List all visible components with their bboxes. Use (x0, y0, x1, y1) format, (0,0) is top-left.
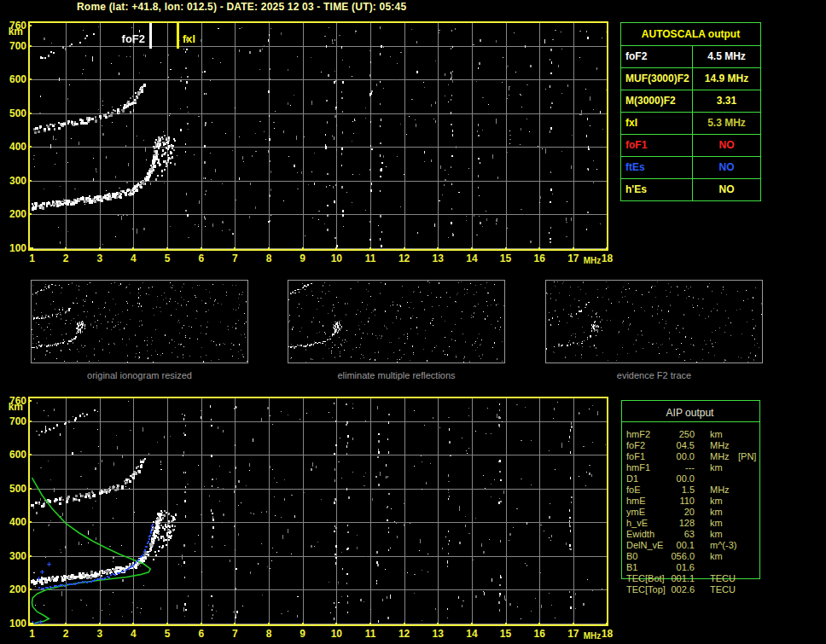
aip-row-d1: D100.0 (621, 473, 768, 484)
aip-param-unit: km (710, 429, 723, 440)
aip-row-hmf2: hmF2250km (621, 429, 768, 440)
aip-row-fof2: foF204.5MHz (621, 440, 768, 451)
aip-param-name: B0 (626, 551, 637, 562)
aip-row-yme: ymE20km (621, 507, 768, 518)
x-tick-label: 10 (331, 252, 342, 264)
autoscala-row-m3000f2: M(3000)F23.31 (621, 90, 760, 113)
y-tick-label: 300 (0, 550, 26, 562)
aip-param-value: 002.6 (643, 584, 695, 595)
aip-param-name: ymE (626, 507, 645, 518)
x-tick-label: 11 (365, 628, 376, 640)
aip-param-value: --- (643, 462, 695, 473)
aip-row-hve: h_vE128km (621, 518, 768, 529)
autoscala-param-value: 4.5 MHz (693, 46, 760, 67)
aip-param-value: 00.0 (643, 473, 695, 484)
autoscala-row-ftes: ftEsNO (621, 157, 760, 179)
aip-param-unit: km (710, 518, 723, 529)
aip-row-tectop: TEC[Top]002.6TECU (621, 584, 768, 595)
x-tick-label: 3 (96, 628, 102, 640)
x-tick-label: 9 (300, 252, 305, 264)
autoscala-param-value: NO (693, 135, 760, 156)
aip-param-name: foF1 (626, 451, 645, 462)
page-title: Rome (lat: +41.8, lon: 012.5) - DATE: 20… (77, 1, 406, 13)
aip-param-value: 00.0 (643, 451, 695, 462)
x-tick-label: 7 (232, 628, 238, 640)
aip-param-value: 250 (643, 429, 695, 440)
x-tick-label: 2 (63, 252, 69, 264)
autoscala-row-hes: h'EsNO (621, 179, 760, 200)
x-tick-label: 12 (398, 628, 410, 640)
autoscala-param-label: MUF(3000)F2 (621, 68, 693, 90)
aip-row-ewidth: Ewidth63km (621, 529, 768, 540)
aip-param-value: 128 (643, 518, 695, 529)
y-tick-label: 100 (0, 618, 26, 629)
aip-param-unit: km (710, 462, 723, 473)
thumbnail-eliminate-box (288, 280, 505, 363)
x-tick-label: 3 (96, 252, 102, 264)
y-tick-label: 100 (0, 242, 26, 254)
bottom-ionogram-plot (28, 397, 608, 626)
aip-param-value: 110 (643, 496, 695, 507)
x-tick-label: 7 (232, 252, 238, 264)
autoscala-param-label: h'Es (621, 179, 693, 200)
y-tick-label: 500 (0, 107, 26, 119)
autoscala-param-label: fxI (621, 113, 693, 134)
y-tick-label: 500 (0, 483, 26, 495)
aip-param-value: 20 (643, 507, 695, 518)
thumbnail-eliminate-image (288, 281, 504, 363)
aip-param-value: 63 (643, 529, 695, 540)
x-tick-label: 15 (500, 252, 511, 264)
y-tick-label: 700 (0, 415, 26, 427)
autoscala-output-table: AUTOSCALA output foF24.5 MHzMUF(3000)F21… (620, 22, 761, 201)
aip-row-tecbot: TEC[Bot]001.1TECU (621, 573, 768, 584)
aip-row-hmf1: hmF1---km (621, 462, 768, 473)
x-tick-label: 12 (398, 252, 410, 264)
aip-param-unit: MHz (710, 440, 730, 451)
y-tick-label: 600 (0, 449, 26, 461)
x-tick-label: 5 (165, 252, 171, 264)
aip-row-b1: B101.6 (621, 562, 768, 573)
x-axis-unit-label: MHz (584, 631, 602, 641)
x-tick-label: 18 (602, 628, 613, 640)
x-tick-label: 11 (365, 252, 376, 264)
x-tick-label: 17 (567, 628, 579, 640)
autoscala-row-muf3000f2: MUF(3000)F214.9 MHz (621, 68, 760, 90)
x-tick-label: 17 (567, 252, 579, 264)
y-axis-unit-label: km (0, 26, 23, 38)
autoscala-param-label: foF2 (621, 46, 693, 67)
autoscala-param-label: M(3000)F2 (621, 90, 693, 112)
x-tick-label: 8 (266, 628, 272, 640)
aip-output-table: AIP output hmF2250kmfoF204.5MHzfoF100.0M… (621, 400, 768, 613)
aip-param-extra: [PN] (738, 451, 756, 462)
y-tick-label: 200 (0, 583, 26, 595)
aip-param-value: 00.1 (643, 540, 695, 551)
x-tick-label: 1 (29, 628, 35, 640)
x-tick-label: 6 (198, 252, 204, 264)
thumbnail-caption: original ionogram resized (31, 370, 248, 380)
autoscala-row-fof2: foF24.5 MHz (621, 46, 760, 68)
aip-param-unit: TECU (710, 584, 736, 595)
aip-table-title: AIP output (621, 407, 759, 419)
aip-table-separator (621, 421, 760, 422)
x-tick-label: 18 (602, 252, 613, 264)
x-tick-label: 15 (500, 628, 511, 640)
x-tick-label: 8 (266, 252, 272, 264)
x-tick-label: 1 (29, 252, 35, 264)
aip-param-name: foE (626, 484, 641, 496)
x-tick-label: 4 (131, 628, 137, 640)
thumbnail-caption: eliminate multiple reflections (288, 370, 505, 380)
aip-param-unit: MHz (710, 484, 730, 496)
x-tick-label: 16 (534, 628, 545, 640)
x-tick-label: 6 (198, 628, 204, 640)
thumbnail-evidence-box (545, 280, 763, 363)
aip-param-unit: km (710, 507, 723, 518)
y-tick-label: 200 (0, 208, 26, 220)
y-axis-unit-label: km (0, 401, 23, 413)
aip-row-delnve: DelN_vE00.1m^(-3) (621, 540, 768, 551)
aip-param-name: B1 (626, 562, 637, 573)
autoscala-param-value: 5.3 MHz (693, 113, 760, 134)
x-axis-unit-label: MHz (584, 256, 602, 266)
aip-row-b0: B0056.0km (621, 551, 768, 562)
aip-param-unit: km (710, 529, 723, 540)
aip-param-unit: TECU (710, 573, 736, 584)
